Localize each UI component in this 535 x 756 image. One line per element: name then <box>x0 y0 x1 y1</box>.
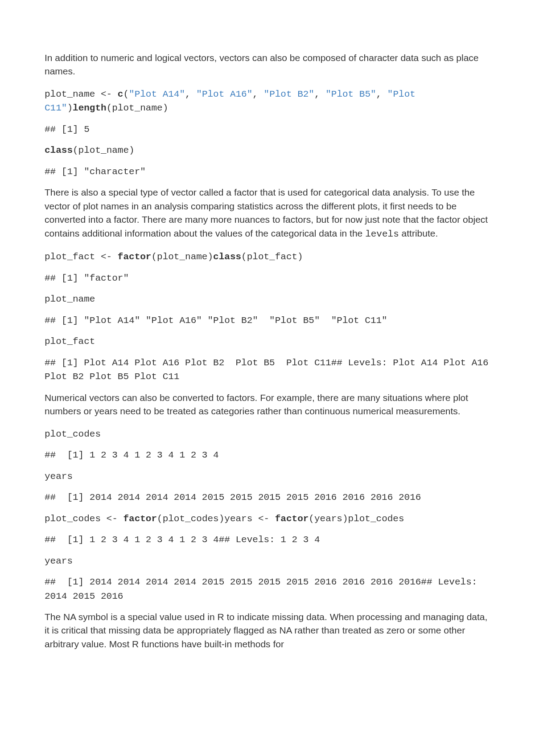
paragraph: There is also a special type of vector c… <box>45 186 490 241</box>
code-keyword: length <box>73 103 107 113</box>
code-text: (plot_name) <box>151 252 213 262</box>
output-block: ## [1] "Plot A14" "Plot A16" "Plot B2" "… <box>45 314 490 328</box>
code-text: (plot_name) <box>73 145 135 155</box>
code-keyword: factor <box>123 514 157 524</box>
output-block: ## [1] Plot A14 Plot A16 Plot B2 Plot B5… <box>45 356 490 384</box>
code-keyword: factor <box>275 514 309 524</box>
code-block: plot_fact <box>45 335 490 349</box>
paragraph: Numerical vectors can also be converted … <box>45 391 490 418</box>
code-keyword: c <box>118 89 123 99</box>
text: attribute. <box>399 228 438 238</box>
code-text: (years)plot_codes <box>309 514 404 524</box>
code-text: (plot_codes)years <- <box>157 514 275 524</box>
code-string: "Plot B5" <box>325 89 376 99</box>
code-text: , <box>185 89 196 99</box>
output-block: ## [1] 1 2 3 4 1 2 3 4 1 2 3 4## Levels:… <box>45 533 490 547</box>
code-block: plot_codes <box>45 427 490 441</box>
code-keyword: class <box>213 252 241 262</box>
code-text: plot_fact <- <box>45 252 118 262</box>
code-block: years <box>45 554 490 568</box>
code-block: years <box>45 470 490 484</box>
output-block: ## [1] "character" <box>45 165 490 179</box>
code-block: plot_fact <- factor(plot_name)class(plot… <box>45 250 490 264</box>
code-string: "Plot A16" <box>196 89 252 99</box>
code-block: class(plot_name) <box>45 143 490 158</box>
code-text: , <box>314 89 325 99</box>
code-block: plot_codes <- factor(plot_codes)years <-… <box>45 512 490 526</box>
paragraph: In addition to numeric and logical vecto… <box>45 51 490 78</box>
code-text: , <box>252 89 263 99</box>
code-text: ( <box>123 89 129 99</box>
code-block: plot_name <- c("Plot A14", "Plot A16", "… <box>45 87 490 115</box>
code-text: (plot_fact) <box>241 252 303 262</box>
code-text: plot_name <- <box>45 89 118 99</box>
code-keyword: class <box>45 145 73 155</box>
code-block: plot_name <box>45 292 490 306</box>
code-text: plot_codes <- <box>45 514 123 524</box>
output-block: ## [1] 2014 2014 2014 2014 2015 2015 201… <box>45 575 490 603</box>
output-block: ## [1] 5 <box>45 123 490 137</box>
code-keyword: factor <box>118 252 152 262</box>
code-string: "Plot B2" <box>264 89 314 99</box>
code-text: (plot_name) <box>107 103 169 113</box>
code-string: "Plot A14" <box>129 89 185 99</box>
output-block: ## [1] "factor" <box>45 271 490 286</box>
paragraph: The NA symbol is a special value used in… <box>45 610 490 651</box>
code-text: , <box>376 89 387 99</box>
output-block: ## [1] 1 2 3 4 1 2 3 4 1 2 3 4 <box>45 448 490 462</box>
inline-code: levels <box>365 229 399 239</box>
output-block: ## [1] 2014 2014 2014 2014 2015 2015 201… <box>45 490 490 505</box>
code-text: ) <box>67 103 73 113</box>
